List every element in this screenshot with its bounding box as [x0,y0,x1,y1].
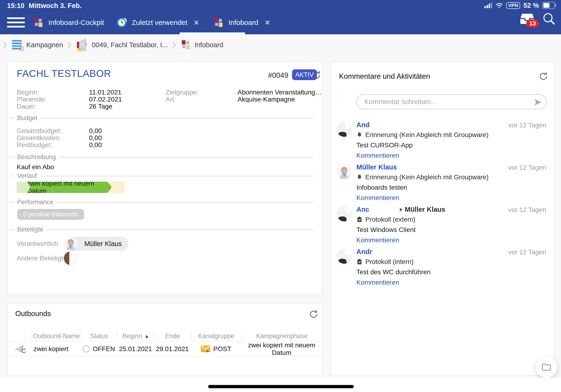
status-text: OFFEN [93,345,115,353]
folder-icon [541,362,552,372]
documents-fab-button[interactable] [536,356,557,378]
column-header-status[interactable]: Status [81,331,117,341]
comment-type-row: Erinnerung (Kein Abgleich mit Groupware) [356,131,546,139]
avatar[interactable] [64,237,78,251]
tab-close-icon[interactable]: ✕ [263,18,272,28]
section-budget: Budget [10,114,314,122]
comment-type-row: Protokoll (intern) [356,258,546,266]
tab-close-icon[interactable]: ✕ [192,18,201,28]
megaphone-star-icon: ★ [76,39,88,51]
refresh-icon[interactable] [539,72,548,81]
budget-row: Gesamtbudget: 0,00 [8,127,322,134]
comment-author[interactable]: Andr [356,248,372,256]
comment-author[interactable]: Müller Klaus [356,163,397,171]
comment-time: vor 12 Tagen [508,206,546,214]
breadcrumb: Kampagnen ★ 0049, Fachl Testlabor, I... … [0,34,223,55]
outbounds-panel: Outbounds Outbound-Name Status Beginn▲ E… [8,303,322,376]
responsible-label: Verantwortlich: [17,240,60,248]
battery-percent: 52 % [523,2,539,9]
comment-author[interactable]: And [356,121,369,129]
menu-button[interactable] [7,16,25,29]
send-icon[interactable] [534,98,542,107]
column-header-kampagnenphase[interactable]: Kampagnenphase [241,331,322,341]
breadcrumb-item-kampagnen[interactable]: Kampagnen [11,39,63,51]
comment-type: Protokoll (intern) [365,258,413,266]
tab-infoboard-cockpit[interactable]: Infoboard-Cockpit [33,17,116,28]
tab-infoboard[interactable]: Infoboard ✕ [213,17,284,28]
phase-segment-current[interactable]: zwei kopiert mit neuem Datum [27,182,112,193]
outbound-kanal-cell: POST [191,345,241,353]
comment-author[interactable]: Anc [356,206,400,213]
outbounds-title: Outbounds [15,309,51,318]
field-label: Zielgruppe: [166,89,198,96]
column-header-beginn[interactable]: Beginn▲ [117,331,154,341]
home-indicator[interactable] [208,385,354,388]
phase-label: zwei kopiert mit neuem Datum [27,180,112,195]
comment-item: Anc Müller Klaus vor 12 Tagen Protokoll … [337,206,546,247]
section-performance: Performance [10,199,314,206]
outbound-phase-cell: zwei kopiert mit neuem Datum [241,341,322,357]
comments-title: Kommentare und Aktivitäten [339,72,430,81]
outbound-status-cell: OFFEN [81,345,117,353]
inbounds-badge[interactable]: 0 positive Inbounds [17,209,84,220]
bell-icon [356,132,363,138]
comment-body: Test CURSOR-App [356,142,546,149]
refresh-icon[interactable] [309,309,318,319]
comment-reply-link[interactable]: Kommentieren [356,236,546,244]
comments-panel: Kommentare und Aktivitäten And vor 12 Ta… [331,62,554,376]
comment-input[interactable] [364,96,528,108]
comment-target[interactable]: Müller Klaus [400,206,445,213]
outbounds-table-header: Outbound-Name Status Beginn▲ Ende Kanalg… [8,331,322,341]
comment-body: Infoboards testen [356,184,546,191]
comment-reply-link[interactable]: Kommentieren [356,194,546,202]
comment-item: Müller Klaus vor 12 Tagen Erinnerung (Ke… [337,163,546,205]
target-name: Müller Klaus [405,206,445,213]
budget-row: Gesamtkosten: 0,00 [8,134,322,141]
avatar[interactable] [64,251,78,265]
breadcrumb-item-campaign[interactable]: ★ 0049, Fachl Testlabor, I... [76,39,168,51]
infoboard-grid-icon [33,17,44,28]
outbound-name-cell: zwei kopiert [32,345,81,353]
campaign-number: #0049 [268,71,288,80]
column-header-name[interactable]: Outbound-Name [32,331,81,341]
section-label: Beteiligte [17,226,43,233]
comment-reply-link[interactable]: Kommentieren [356,279,546,286]
status-open-icon [83,346,90,352]
comment-body: Test Windows Client [356,226,546,234]
description-text: Kauf ein Abo [17,163,54,171]
section-beschreibung: Beschreibung [10,153,314,161]
breadcrumb-item-infoboard[interactable]: Infoboard [180,40,223,50]
current-user-avatar [337,94,337,98]
sort-ascending-icon: ▲ [144,334,149,339]
comment-type: Erinnerung (Kein Abgleich mit Groupware) [365,174,488,181]
status-badge[interactable]: AKTIV [292,69,317,80]
tab-label: Infoboard-Cockpit [48,19,104,27]
search-button[interactable] [543,12,555,25]
field-row: Dauer: 26 Tage [8,103,322,110]
clipboard-check-icon [356,217,363,223]
mail-post-icon [201,345,210,353]
outbound-row[interactable]: C zwei kopiert OFFEN 25.01.2021 29.01.20… [8,341,322,357]
column-header-kanalgruppe[interactable]: Kanalgruppe [191,331,241,341]
cellular-signal-icon [485,3,492,8]
field-label: Art: [166,96,176,103]
nav-actions: 13 [520,12,555,25]
comment-body: Test des WC durchführen [356,268,546,276]
avatar [337,207,352,222]
comment-type: Protokoll (extern) [365,216,415,223]
chevron-right-icon [3,41,7,48]
campaign-phase-bar: zwei kopiert mit neuem Datum [17,182,125,193]
budget-value: 0,00 [89,141,102,149]
section-verlauf: Verlauf [10,172,314,180]
tab-label: Zuletzt verwendet [132,19,187,27]
column-header-ende[interactable]: Ende [154,331,191,341]
avatar [337,164,352,179]
comment-reply-link[interactable]: Kommentieren [356,152,546,159]
person-name: Müller Klaus [84,240,122,248]
tab-zuletzt-verwendet[interactable]: Zuletzt verwendet ✕ [116,17,213,28]
field-value: Abonnenten Veranstaltung… [237,89,322,96]
budget-label: Gesamtkosten: [17,134,61,142]
field-row: Beginn: 11.01.2021 Zielgruppe: Abonnente… [8,89,322,96]
inbox-button[interactable]: 13 [520,12,535,25]
comment-type-row: Erinnerung (Kein Abgleich mit Groupware) [356,174,546,181]
